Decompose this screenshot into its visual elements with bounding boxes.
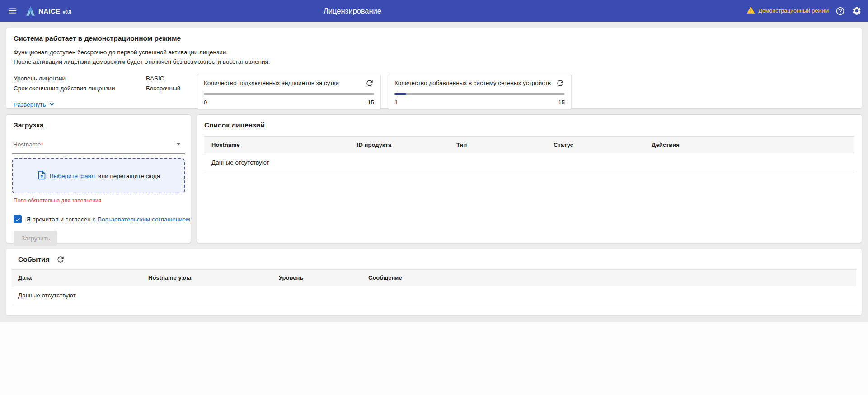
devices-metric-label: Количество добавленных в систему сетевых… bbox=[394, 80, 551, 86]
brand: NAICE v0.8 bbox=[25, 5, 71, 17]
menu-icon[interactable] bbox=[6, 5, 19, 17]
license-expiry-value: Бессрочный bbox=[146, 85, 180, 92]
licenses-card: Список лицензий Hostname ID продукта Тип… bbox=[197, 114, 862, 243]
column-header-hostname: Hostname bbox=[204, 141, 350, 148]
upload-file-icon bbox=[37, 170, 47, 181]
demo-card-line1: Функционал доступен бессрочно до первой … bbox=[14, 48, 854, 57]
hostname-select-label: Hostname bbox=[13, 141, 41, 148]
endpoints-max-value: 15 bbox=[368, 99, 374, 106]
events-table-header: Дата Hostname узла Уровень Сообщение bbox=[12, 269, 856, 286]
expand-button[interactable]: Развернуть bbox=[14, 100, 56, 110]
validation-error: Поле обязательно для заполнения bbox=[14, 198, 185, 204]
file-dropzone[interactable]: Выберите файл или перетащите сюда bbox=[12, 158, 185, 193]
devices-max-value: 15 bbox=[558, 99, 565, 106]
required-asterisk: * bbox=[41, 141, 43, 148]
help-icon[interactable] bbox=[835, 6, 845, 16]
endpoints-min-value: 0 bbox=[204, 99, 207, 106]
licenses-empty-row: Данные отсутствуют bbox=[204, 153, 854, 172]
demo-card-title: Система работает в демонстрационном режи… bbox=[14, 34, 854, 42]
license-fields: Уровень лицензии BASIC Срок окончания де… bbox=[14, 74, 197, 110]
top-bar: NAICE v0.8 Лицензирование Демонстрационн… bbox=[0, 0, 868, 22]
refresh-icon[interactable] bbox=[556, 79, 565, 88]
license-expiry-row: Срок окончания действия лицензии Бессроч… bbox=[14, 85, 197, 92]
demo-card-details: Уровень лицензии BASIC Срок окончания де… bbox=[14, 74, 854, 110]
expand-label: Развернуть bbox=[14, 101, 46, 108]
page-footer bbox=[0, 322, 868, 395]
naice-logo bbox=[25, 5, 36, 17]
empty-text: Данные отсутствуют bbox=[12, 292, 76, 299]
demo-mode-label: Демонстрационный режим bbox=[758, 8, 829, 14]
devices-progress-bar bbox=[394, 93, 565, 95]
upload-button[interactable]: Загрузить bbox=[14, 231, 57, 246]
topbar-actions: Демонстрационный режим bbox=[746, 6, 862, 16]
endpoints-progress-bar bbox=[204, 93, 374, 95]
warning-icon bbox=[746, 6, 755, 16]
license-level-row: Уровень лицензии BASIC bbox=[14, 75, 197, 82]
upload-card-title: Загрузка bbox=[14, 121, 185, 129]
column-header-date: Дата bbox=[12, 274, 142, 281]
events-card: События Дата Hostname узла Уровень Сообщ… bbox=[6, 249, 862, 315]
licenses-card-title: Список лицензий bbox=[204, 121, 854, 129]
upload-card: Загрузка Hostname* bbox=[6, 114, 191, 243]
choose-file-link[interactable]: Выберите файл bbox=[50, 173, 95, 179]
app-page: NAICE v0.8 Лицензирование Демонстрационн… bbox=[0, 0, 868, 395]
license-level-value: BASIC bbox=[146, 75, 164, 82]
hostname-select[interactable]: Hostname* bbox=[12, 136, 185, 154]
chevron-down-icon bbox=[47, 100, 56, 110]
demo-mode-badge: Демонстрационный режим bbox=[746, 6, 829, 16]
column-header-type: Тип bbox=[449, 141, 546, 148]
refresh-icon[interactable] bbox=[56, 255, 65, 264]
endpoints-metric-card: Количество подключенных эндпоинтов за су… bbox=[197, 74, 381, 110]
main-content: Система работает в демонстрационном режи… bbox=[0, 22, 868, 321]
licenses-table-header: Hostname ID продукта Тип Статус Действия bbox=[204, 136, 854, 153]
column-header-message: Сообщение bbox=[362, 274, 856, 281]
demo-card-line2: После активации лицензии деморежим будет… bbox=[14, 57, 854, 67]
dropzone-text: или перетащите сюда bbox=[98, 173, 160, 179]
column-header-status: Статус bbox=[546, 141, 644, 148]
brand-version: v0.8 bbox=[63, 9, 71, 14]
devices-min-value: 1 bbox=[394, 99, 398, 106]
brand-name: NAICE bbox=[38, 7, 61, 15]
events-card-title: События bbox=[18, 255, 50, 263]
column-header-level: Уровень bbox=[272, 274, 362, 281]
empty-text: Данные отсутствуют bbox=[204, 159, 269, 166]
dropdown-arrow-icon bbox=[173, 138, 184, 151]
license-level-label: Уровень лицензии bbox=[14, 75, 146, 82]
licenses-table: Hostname ID продукта Тип Статус Действия… bbox=[204, 136, 854, 172]
page-title: Лицензирование bbox=[324, 0, 381, 22]
license-expiry-label: Срок окончания действия лицензии bbox=[14, 85, 146, 92]
demo-mode-card: Система работает в демонстрационном режи… bbox=[6, 28, 862, 109]
settings-icon[interactable] bbox=[852, 6, 862, 16]
column-header-node-hostname: Hostname узла bbox=[142, 274, 272, 281]
column-header-product-id: ID продукта bbox=[350, 141, 449, 148]
refresh-icon[interactable] bbox=[365, 79, 374, 88]
events-empty-row: Данные отсутствуют bbox=[12, 286, 856, 305]
agreement-row: Я прочитал и согласен с Пользовательским… bbox=[14, 215, 185, 223]
devices-metric-card: Количество добавленных в систему сетевых… bbox=[388, 74, 572, 110]
agreement-link[interactable]: Пользовательским соглашением bbox=[97, 216, 190, 223]
endpoints-metric-label: Количество подключенных эндпоинтов за су… bbox=[204, 80, 339, 86]
agreement-checkbox[interactable] bbox=[14, 215, 22, 223]
events-table: Дата Hostname узла Уровень Сообщение Дан… bbox=[12, 269, 856, 305]
column-header-actions: Действия bbox=[644, 141, 854, 148]
agreement-label: Я прочитал и согласен с bbox=[26, 216, 95, 223]
